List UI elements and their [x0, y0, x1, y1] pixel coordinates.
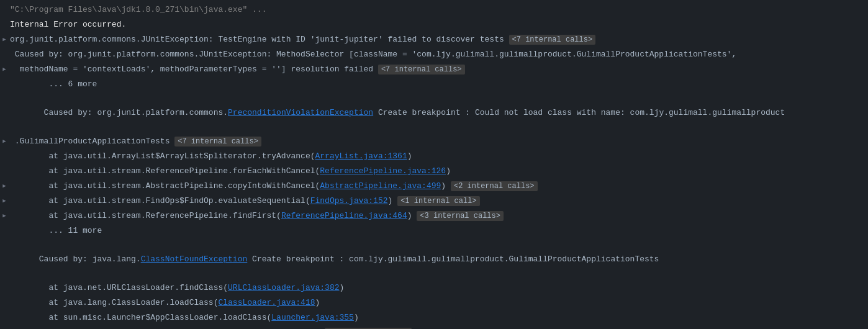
arraylist-link[interactable]: ArrayList.java:1361 [315, 151, 407, 161]
line-11: ▶ at java.util.stream.AbstractPipeline.c… [0, 179, 868, 194]
expand-icon-12[interactable]: ▶ [0, 197, 9, 205]
classnotfound-link[interactable]: ClassNotFoundException [141, 255, 248, 264]
line-19: ▶ at java.lang.ClassLoader.loadClass(Cla… [0, 325, 868, 329]
line-10: at java.util.stream.ReferencePipeline.fo… [0, 164, 868, 179]
line-12: ▶ at java.util.stream.FindOps$FindOp.eva… [0, 194, 868, 209]
line-3: ▶ org.junit.platform.commons.JUnitExcept… [0, 32, 868, 47]
console-container: "C:\Program Files\Java\jdk1.8.0_271\bin\… [0, 0, 868, 329]
line-14: ... 11 more [0, 223, 868, 238]
precondition-link[interactable]: PreconditionViolationException [228, 108, 373, 117]
line-13: ▶ at java.util.stream.ReferencePipeline.… [0, 209, 868, 223]
line-7: Caused by: org.junit.platform.commons.Pr… [0, 92, 868, 134]
expand-icon-5[interactable]: ▶ [0, 65, 9, 74]
line-15: Caused by: java.lang.ClassNotFoundExcept… [0, 238, 868, 281]
urlclassloader-link[interactable]: URLClassLoader.java:382 [228, 283, 339, 292]
line-1: "C:\Program Files\Java\jdk1.8.0_271\bin\… [0, 2, 868, 17]
line-6: ... 6 more [0, 77, 868, 92]
launcher-link[interactable]: Launcher.java:355 [271, 313, 354, 322]
line-8: ▶ .GulimallProductApplicationTests <7 in… [0, 134, 868, 149]
abstractpipeline-link[interactable]: AbstractPipeline.java:499 [320, 181, 441, 191]
findops-link[interactable]: FindOps.java:152 [310, 196, 388, 205]
line-16: at java.net.URLClassLoader.findClass(URL… [0, 281, 868, 295]
line-9: at java.util.ArrayList$ArrayListSplitera… [0, 149, 868, 164]
line-17: at java.lang.ClassLoader.loadClass(Class… [0, 295, 868, 310]
line-5: ▶ methodName = 'contextLoads', methodPar… [0, 62, 868, 77]
expand-icon-8[interactable]: ▶ [0, 137, 9, 146]
classloader-418-link[interactable]: ClassLoader.java:418 [218, 298, 315, 307]
expand-icon-11[interactable]: ▶ [0, 182, 9, 191]
line-4: Caused by: org.junit.platform.commons.JU… [0, 47, 868, 62]
expand-icon-13[interactable]: ▶ [0, 212, 9, 220]
line-2: Internal Error occurred. [0, 17, 868, 32]
expand-icon-3[interactable]: ▶ [0, 35, 9, 44]
refpipeline-foreach-link[interactable]: ReferencePipeline.java:126 [320, 166, 446, 176]
line-18: at sun.misc.Launcher$AppClassLoader.load… [0, 310, 868, 325]
refpipeline-findfirst-link[interactable]: ReferencePipeline.java:464 [281, 211, 407, 220]
